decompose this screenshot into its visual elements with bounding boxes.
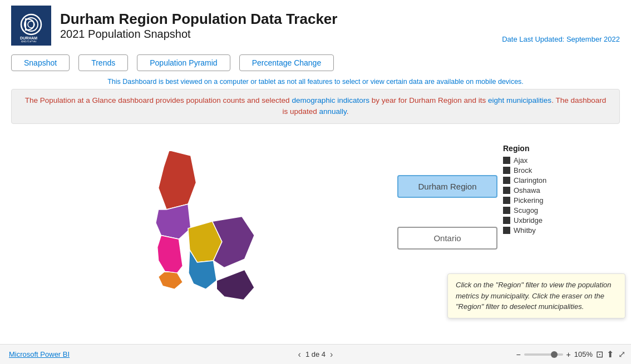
legend-item-brock: Brock [503,166,546,174]
legend-label-brock: Brock [514,166,532,174]
tooltip-text: Click on the "Region" filter to view the… [456,281,612,311]
map-region-uxbridge[interactable] [156,204,191,239]
map-svg[interactable] [101,139,307,312]
svg-text:REGION: REGION [21,40,37,42]
legend-item-scugog: Scugog [503,206,546,215]
legend-label-whitby: Whitby [514,226,536,235]
tab-trends[interactable]: Trends [78,54,128,71]
footer: Microsoft Power BI ‹ 1 de 4 › − + 105% ⊡… [0,344,631,364]
map-region-whitby[interactable] [216,270,254,300]
legend-label-pickering: Pickering [514,196,543,205]
svg-text:DURHAM: DURHAM [20,36,37,40]
main-content: Durham Region Ontario Region Ajax Brock … [0,129,631,318]
fit-page-icon[interactable]: ⊡ [596,349,603,360]
tooltip-box: Click on the "Region" filter to view the… [447,273,625,318]
map-region-pickering[interactable] [159,271,183,289]
date-label: Date Last Updated: [502,35,564,43]
legend-label-clarington: Clarington [514,176,546,185]
map-area [11,133,397,318]
legend-item-clarington: Clarington [503,176,546,185]
legend-swatch-scugog [503,207,510,214]
legend-label-uxbridge: Uxbridge [514,216,543,225]
legend-label-oshawa: Oshawa [514,186,540,195]
legend-swatch-uxbridge [503,217,510,224]
share-icon[interactable]: ⬆ [607,349,614,360]
filter-durham-region[interactable]: Durham Region [397,175,497,198]
legend-title: Region [503,144,546,153]
legend-swatch-oshawa [503,187,510,194]
tab-snapshot[interactable]: Snapshot [11,54,70,71]
header: DURHAM REGION Durham Region Population D… [0,0,631,49]
fullscreen-icon[interactable]: ⤢ [618,349,625,360]
legend-item-oshawa: Oshawa [503,186,546,195]
zoom-slider[interactable] [524,353,563,356]
app-title: Durham Region Population Data Tracker [60,11,502,28]
date-value: September 2022 [566,35,620,43]
page-info: 1 de 4 [305,350,326,358]
info-banner: The Population at a Glance dashboard pro… [11,89,620,124]
legend-label-scugog: Scugog [514,206,538,215]
footer-icons: ⬆ ⤢ [607,349,625,360]
footer-nav: ‹ 1 de 4 › [298,350,333,360]
legend-label-ajax: Ajax [514,156,528,164]
legend-item-whitby: Whitby [503,226,546,235]
legend-item-ajax: Ajax [503,156,546,164]
legend-item-uxbridge: Uxbridge [503,216,546,225]
filter-ontario[interactable]: Ontario [397,227,497,250]
zoom-in-button[interactable]: + [566,350,571,359]
map-region-ajax[interactable] [157,235,183,273]
app-subtitle: 2021 Population Snapshot [60,28,502,41]
mobile-notice: This Dashboard is best viewed on a compu… [0,77,631,89]
legend-swatch-clarington [503,177,510,184]
map-region-brock[interactable] [159,150,196,210]
zoom-out-button[interactable]: − [516,350,520,359]
legend-item-pickering: Pickering [503,196,546,205]
zoom-percent: 105% [574,350,593,358]
legend-swatch-pickering [503,197,510,204]
zoom-thumb [551,351,558,358]
powerbi-link[interactable]: Microsoft Power BI [9,350,70,358]
tab-population-pyramid[interactable]: Population Pyramid [137,54,230,71]
legend-swatch-brock [503,167,510,174]
date-updated: Date Last Updated: September 2022 [502,35,620,46]
next-page-button[interactable]: › [330,350,333,360]
legend-swatch-ajax [503,157,510,164]
prev-page-button[interactable]: ‹ [298,350,301,360]
header-text: Durham Region Population Data Tracker 20… [60,11,502,41]
footer-zoom: − + 105% ⊡ [516,349,603,360]
nav-tabs: Snapshot Trends Population Pyramid Perce… [0,49,631,77]
legend-swatch-whitby [503,227,510,234]
logo: DURHAM REGION [11,6,51,46]
tab-percentage-change[interactable]: Percentage Change [239,54,334,71]
